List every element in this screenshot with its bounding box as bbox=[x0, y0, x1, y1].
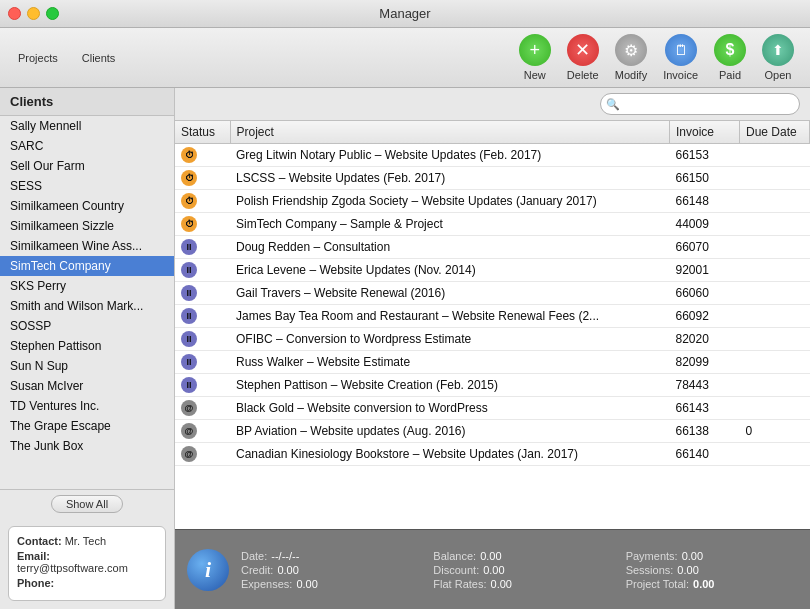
sidebar-item-sarc[interactable]: SARC bbox=[0, 136, 174, 156]
table-row[interactable]: II Stephen Pattison – Website Creation (… bbox=[175, 374, 810, 397]
delete-button[interactable]: ✕ Delete bbox=[561, 30, 605, 85]
search-input[interactable] bbox=[600, 93, 800, 115]
new-button[interactable]: + New bbox=[513, 30, 557, 85]
status-icon: II bbox=[181, 262, 197, 278]
toolbar-tabs: Projects Clients bbox=[10, 48, 123, 68]
close-button[interactable] bbox=[8, 7, 21, 20]
email-link[interactable]: terry@ttpsoftware.com bbox=[17, 562, 128, 574]
expenses-value: 0.00 bbox=[296, 578, 317, 590]
table-row[interactable]: ⏱ Polish Friendship Zgoda Society – Webs… bbox=[175, 190, 810, 213]
table-row[interactable]: @ Canadian Kinesiology Bookstore – Websi… bbox=[175, 443, 810, 466]
main-layout: Clients Sally MennellSARCSell Our FarmSE… bbox=[0, 88, 810, 609]
sidebar-item-similkameen-sizzle[interactable]: Similkameen Sizzle bbox=[0, 216, 174, 236]
sidebar-item-similkameen-country[interactable]: Similkameen Country bbox=[0, 196, 174, 216]
right-panel: 🔍 Status Project Invoice Due Date bbox=[175, 88, 810, 609]
table-row[interactable]: II Gail Travers – Website Renewal (2016)… bbox=[175, 282, 810, 305]
expenses-row: Expenses: 0.00 bbox=[241, 578, 413, 590]
project-cell: Canadian Kinesiology Bookstore – Website… bbox=[230, 443, 670, 466]
project-total-label: Project Total: bbox=[626, 578, 689, 590]
project-total-row: Project Total: 0.00 bbox=[626, 578, 798, 590]
sidebar-item-sell[interactable]: Sell Our Farm bbox=[0, 156, 174, 176]
project-cell: Doug Redden – Consultation bbox=[230, 236, 670, 259]
show-all-button[interactable]: Show All bbox=[51, 495, 123, 513]
due-date-cell bbox=[740, 282, 810, 305]
date-label: Date: bbox=[241, 550, 267, 562]
open-label: Open bbox=[765, 69, 792, 81]
status-icon: II bbox=[181, 377, 197, 393]
status-icon: @ bbox=[181, 423, 197, 439]
due-date-cell bbox=[740, 305, 810, 328]
status-icon: ⏱ bbox=[181, 147, 197, 163]
due-date-cell: 0 bbox=[740, 420, 810, 443]
sidebar-item-junk[interactable]: The Junk Box bbox=[0, 436, 174, 456]
balance-value: 0.00 bbox=[480, 550, 501, 562]
traffic-lights bbox=[8, 7, 59, 20]
due-date-cell bbox=[740, 167, 810, 190]
due-date-cell bbox=[740, 374, 810, 397]
toolbar-buttons: + New ✕ Delete ⚙ Modify 🗒 Invoice $ Paid… bbox=[513, 30, 800, 85]
sidebar-item-td[interactable]: TD Ventures Inc. bbox=[0, 396, 174, 416]
project-cell: James Bay Tea Room and Restaurant – Webs… bbox=[230, 305, 670, 328]
status-icon: ⏱ bbox=[181, 216, 197, 232]
table-body: ⏱ Greg Litwin Notary Public – Website Up… bbox=[175, 144, 810, 466]
sidebar-item-sess[interactable]: SESS bbox=[0, 176, 174, 196]
table-row[interactable]: II Erica Levene – Website Updates (Nov. … bbox=[175, 259, 810, 282]
search-icon: 🔍 bbox=[606, 98, 620, 111]
status-cell: II bbox=[175, 328, 230, 351]
search-wrapper: 🔍 bbox=[600, 93, 800, 115]
new-icon: + bbox=[519, 34, 551, 66]
sidebar-item-simtech[interactable]: SimTech Company bbox=[0, 256, 174, 276]
contact-phone-row: Phone: bbox=[17, 577, 157, 589]
table-row[interactable]: II Doug Redden – Consultation 66070 bbox=[175, 236, 810, 259]
info-icon: i bbox=[187, 549, 229, 591]
payments-value: 0.00 bbox=[682, 550, 703, 562]
invoice-icon: 🗒 bbox=[665, 34, 697, 66]
open-button[interactable]: ⬆ Open bbox=[756, 30, 800, 85]
contact-value: Mr. Tech bbox=[65, 535, 106, 547]
sidebar-item-similkameen-wine[interactable]: Similkameen Wine Ass... bbox=[0, 236, 174, 256]
discount-value: 0.00 bbox=[483, 564, 504, 576]
credit-value: 0.00 bbox=[277, 564, 298, 576]
maximize-button[interactable] bbox=[46, 7, 59, 20]
bottom-bar: i Date: --/--/-- Balance: 0.00 Payments:… bbox=[175, 529, 810, 609]
sidebar-item-susan[interactable]: Susan McIver bbox=[0, 376, 174, 396]
project-cell: Black Gold – Website conversion to WordP… bbox=[230, 397, 670, 420]
date-row: Date: --/--/-- bbox=[241, 550, 413, 562]
balance-label: Balance: bbox=[433, 550, 476, 562]
table-wrapper: Status Project Invoice Due Date ⏱ Greg L… bbox=[175, 121, 810, 529]
paid-button[interactable]: $ Paid bbox=[708, 30, 752, 85]
table-row[interactable]: ⏱ Greg Litwin Notary Public – Website Up… bbox=[175, 144, 810, 167]
flat-rates-row: Flat Rates: 0.00 bbox=[433, 578, 605, 590]
due-date-cell bbox=[740, 236, 810, 259]
modify-button[interactable]: ⚙ Modify bbox=[609, 30, 653, 85]
status-icon: @ bbox=[181, 400, 197, 416]
tab-projects[interactable]: Projects bbox=[10, 48, 66, 68]
due-date-cell bbox=[740, 397, 810, 420]
invoice-cell: 44009 bbox=[670, 213, 740, 236]
invoice-button[interactable]: 🗒 Invoice bbox=[657, 30, 704, 85]
table-row[interactable]: @ BP Aviation – Website updates (Aug. 20… bbox=[175, 420, 810, 443]
due-date-cell bbox=[740, 328, 810, 351]
table-row[interactable]: II James Bay Tea Room and Restaurant – W… bbox=[175, 305, 810, 328]
status-icon: II bbox=[181, 239, 197, 255]
minimize-button[interactable] bbox=[27, 7, 40, 20]
table-row[interactable]: II Russ Walker – Website Estimate 82099 bbox=[175, 351, 810, 374]
sidebar-item-stephen[interactable]: Stephen Pattison bbox=[0, 336, 174, 356]
sidebar-item-grape[interactable]: The Grape Escape bbox=[0, 416, 174, 436]
sidebar-item-sks[interactable]: SKS Perry bbox=[0, 276, 174, 296]
date-value: --/--/-- bbox=[271, 550, 299, 562]
sidebar: Clients Sally MennellSARCSell Our FarmSE… bbox=[0, 88, 175, 609]
col-due-date: Due Date bbox=[740, 121, 810, 144]
sidebar-item-smith[interactable]: Smith and Wilson Mark... bbox=[0, 296, 174, 316]
sidebar-item-sossp[interactable]: SOSSP bbox=[0, 316, 174, 336]
status-cell: II bbox=[175, 351, 230, 374]
table-row[interactable]: @ Black Gold – Website conversion to Wor… bbox=[175, 397, 810, 420]
table-row[interactable]: II OFIBC – Conversion to Wordpress Estim… bbox=[175, 328, 810, 351]
tab-clients[interactable]: Clients bbox=[74, 48, 124, 68]
table-row[interactable]: ⏱ LSCSS – Website Updates (Feb. 2017) 66… bbox=[175, 167, 810, 190]
sidebar-item-sun[interactable]: Sun N Sup bbox=[0, 356, 174, 376]
sidebar-item-sally[interactable]: Sally Mennell bbox=[0, 116, 174, 136]
table-row[interactable]: ⏱ SimTech Company – Sample & Project 440… bbox=[175, 213, 810, 236]
modify-icon: ⚙ bbox=[615, 34, 647, 66]
project-total-value: 0.00 bbox=[693, 578, 714, 590]
